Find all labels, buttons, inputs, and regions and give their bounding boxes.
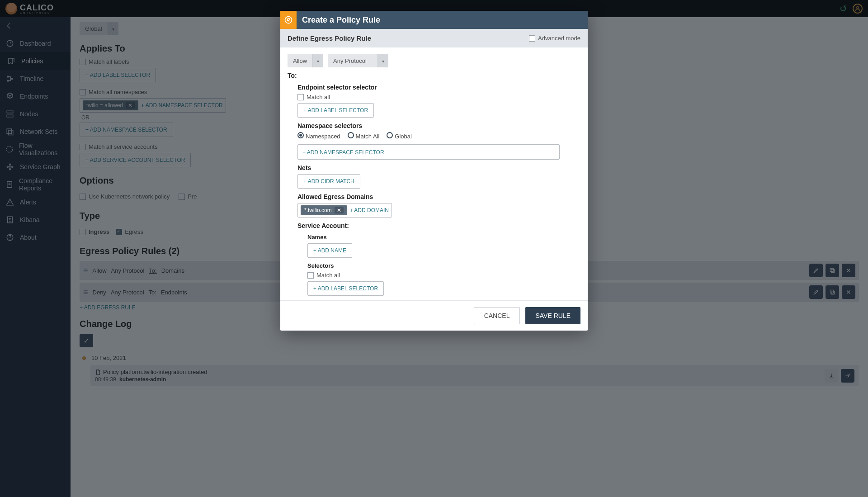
endpoint-match-all-checkbox[interactable] (297, 94, 304, 100)
sa-add-label-button[interactable]: + ADD LABEL SELECTOR (307, 281, 384, 296)
modal-overlay: Create a Policy Rule Define Egress Polic… (0, 0, 868, 497)
modal-subheader: Define Egress Policy Rule Advanced mode (280, 29, 588, 47)
namespace-selector-box: + ADD NAMESPACE SELECTOR (297, 144, 560, 160)
namespace-heading: Namespace selectors (297, 122, 580, 129)
ns-matchall-label: Match All (356, 133, 380, 140)
ns-global-label: Global (395, 133, 412, 140)
action-dropdown[interactable]: Allow (288, 54, 323, 67)
ns-matchall-radio[interactable] (348, 132, 354, 138)
cancel-button[interactable]: CANCEL (474, 307, 520, 324)
ns-namespaced-label: Namespaced (306, 133, 340, 140)
endpoint-add-label-button[interactable]: + ADD LABEL SELECTOR (297, 103, 374, 118)
create-policy-rule-modal: Create a Policy Rule Define Egress Polic… (280, 11, 588, 331)
domain-chip: *.twilio.com ✕ (301, 205, 347, 215)
add-sa-name-button[interactable]: + ADD NAME (307, 243, 352, 258)
sa-match-all-checkbox[interactable] (307, 272, 314, 279)
domain-chip-text: *.twilio.com (304, 207, 332, 213)
modal-header: Create a Policy Rule (280, 11, 588, 29)
compass-icon (280, 11, 297, 29)
domains-heading: Allowed Egress Domains (297, 193, 580, 200)
chevron-down-icon (377, 54, 388, 67)
add-cidr-button[interactable]: + ADD CIDR MATCH (297, 174, 360, 189)
save-rule-button[interactable]: SAVE RULE (525, 307, 580, 324)
modal-title: Create a Policy Rule (302, 15, 380, 25)
endpoint-match-all-label: Match all (307, 94, 330, 100)
sa-selectors-heading: Selectors (307, 262, 580, 269)
modal-subtitle: Define Egress Policy Rule (288, 34, 371, 42)
chevron-down-icon (312, 54, 323, 67)
advanced-mode-checkbox[interactable] (529, 35, 535, 42)
nets-heading: Nets (297, 164, 580, 171)
sa-match-all-label: Match all (316, 272, 340, 279)
sa-heading: Service Account: (297, 222, 580, 229)
advanced-mode-label: Advanced mode (538, 35, 580, 42)
endpoint-heading: Endpoint selector selector (297, 84, 580, 91)
svg-point-21 (285, 17, 292, 24)
ns-global-radio[interactable] (387, 132, 393, 138)
to-label: To: (288, 72, 580, 79)
action-value: Allow (288, 54, 312, 67)
protocol-dropdown[interactable]: Any Protocol (328, 54, 388, 67)
domains-box: *.twilio.com ✕ + ADD DOMAIN (297, 203, 392, 218)
modal-footer: CANCEL SAVE RULE (280, 300, 588, 331)
add-namespace-selector-button[interactable]: + ADD NAMESPACE SELECTOR (302, 149, 384, 156)
add-domain-button[interactable]: + ADD DOMAIN (350, 207, 389, 213)
protocol-value: Any Protocol (328, 54, 377, 67)
sa-names-heading: Names (307, 234, 580, 241)
remove-domain-icon[interactable]: ✕ (335, 207, 344, 213)
ns-namespaced-radio[interactable] (297, 132, 304, 138)
